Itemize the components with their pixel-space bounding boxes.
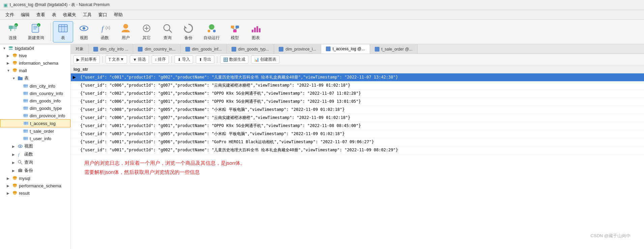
tab-dim-goods-inf[interactable]: dim_goods_inf... bbox=[181, 44, 227, 54]
sidebar-folder-backup[interactable]: ▶ 备份 bbox=[0, 166, 70, 175]
sidebar-item-dim-province-info[interactable]: ▶ dim_province_info bbox=[0, 112, 70, 119]
tab-dim-goods-typ[interactable]: dim_goods_typ... bbox=[227, 44, 274, 54]
view-label: 视图 bbox=[80, 35, 88, 41]
function-button[interactable]: f (x) 函数 bbox=[95, 21, 115, 42]
other-button[interactable]: 其它 bbox=[136, 21, 157, 42]
backup-button[interactable]: 备份 bbox=[178, 21, 198, 42]
watermark-text: CSDN @藏于山岗中 bbox=[590, 233, 631, 238]
chart-button[interactable]: 图表 bbox=[246, 21, 266, 42]
tab-dim-goods-inf-label: dim_goods_inf... bbox=[192, 47, 222, 52]
export-button[interactable]: ⬆ 导出 bbox=[196, 55, 214, 64]
text-button[interactable]: T 文本▼ bbox=[105, 55, 127, 64]
db-icon bbox=[12, 60, 18, 66]
sidebar-item-t-sale-order[interactable]: ▶ t_sale_order bbox=[0, 127, 70, 135]
sidebar-item-t-user-info[interactable]: ▶ t_user_info bbox=[0, 135, 70, 142]
auto-run-button[interactable]: 自动运行 bbox=[199, 21, 224, 42]
sidebar-item-info-schema[interactable]: ▶ information_schema bbox=[0, 59, 70, 67]
menu-item-收藏夹[interactable]: 收藏夹 bbox=[60, 11, 79, 19]
sidebar-item-bigdata04[interactable]: ▼ bigdata04 bbox=[0, 44, 70, 52]
table-row[interactable]: {"user_id": "c008","productId": "g005","… bbox=[71, 106, 644, 114]
menu-item-编辑[interactable]: 编辑 bbox=[18, 11, 32, 19]
filter-button[interactable]: ▼ 筛选 bbox=[130, 55, 149, 64]
new-query-button[interactable]: + 新建查询 bbox=[24, 21, 49, 42]
svg-rect-35 bbox=[256, 26, 258, 32]
sidebar-folder-query-label: 查询 bbox=[24, 159, 33, 165]
row-data: {"user_id": "c006","productId": "g007","… bbox=[78, 114, 644, 122]
sidebar-item-hive[interactable]: ▶ hive bbox=[0, 52, 70, 59]
import-button[interactable]: ⬇ 导入 bbox=[175, 55, 193, 64]
sidebar-item-dim-country-info[interactable]: ▶ dim_country_info bbox=[0, 90, 70, 97]
backup-label: 备份 bbox=[184, 35, 192, 41]
sidebar-folder-view[interactable]: ▶ 视图 bbox=[0, 142, 70, 150]
sort-button[interactable]: ↕ 排序 bbox=[152, 55, 169, 64]
sidebar-item-perf-schema[interactable]: ▶ performance_schema bbox=[0, 182, 70, 189]
svg-rect-33 bbox=[252, 30, 253, 32]
query-button[interactable]: 查询 bbox=[157, 21, 178, 42]
tab-table-icon bbox=[138, 47, 143, 52]
sidebar-item-dim-city-info[interactable]: ▶ dim_city_info bbox=[0, 82, 70, 90]
sidebar-folder-query[interactable]: ▶ 查询 bbox=[0, 158, 70, 166]
tab-dim-city-info[interactable]: dim_city_info ... bbox=[89, 44, 133, 54]
row-data: {"user_id": "c006","productId": "g007","… bbox=[78, 82, 644, 89]
sidebar-item-t-access-log[interactable]: ▶ t_access_log bbox=[0, 119, 70, 127]
svg-rect-12 bbox=[59, 25, 67, 32]
menu-item-帮助[interactable]: 帮助 bbox=[111, 11, 125, 19]
sidebar-item-dim-goods-info[interactable]: ▶ dim_goods_info bbox=[0, 97, 70, 104]
tab-t-sale-order[interactable]: t_sale_order @... bbox=[370, 44, 418, 54]
menu-item-表[interactable]: 表 bbox=[49, 11, 59, 19]
table-row[interactable]: {"user_id": "c006","productId": "g007","… bbox=[71, 114, 644, 122]
filter-icon: ▼ bbox=[133, 57, 137, 62]
sidebar-folder-table[interactable]: ▼ 表 bbox=[0, 74, 70, 82]
sidebar-item-mall[interactable]: ▼ mall bbox=[0, 67, 70, 74]
tab-dim-province-i[interactable]: dim_province_i... bbox=[274, 44, 321, 54]
table-row[interactable]: {"user_id": "u001","productId": "g002","… bbox=[71, 146, 644, 154]
data-gen-button[interactable]: 🔢 数据生成 bbox=[220, 55, 248, 64]
table-row[interactable]: {"user_id": "u001","productId": "g006","… bbox=[71, 138, 644, 146]
sidebar-table-dim-country-info-label: dim_country_info bbox=[30, 91, 63, 96]
svg-rect-74 bbox=[19, 168, 21, 169]
sidebar-item-result[interactable]: ▶ result bbox=[0, 189, 70, 197]
tab-dim-country-in[interactable]: dim_country_in... bbox=[133, 44, 180, 54]
create-chart-button[interactable]: 📊 创建图表 bbox=[251, 55, 279, 64]
text-icon: T bbox=[109, 57, 111, 62]
row-data: {"user_id": "c006","productId": "g001","… bbox=[78, 98, 644, 105]
svg-rect-44 bbox=[23, 84, 28, 88]
tab-objects[interactable]: 对象 bbox=[71, 44, 89, 54]
row-data: {"user_id": "c002","productId": "g001","… bbox=[78, 90, 644, 97]
query-label: 查询 bbox=[163, 35, 172, 41]
user-button[interactable]: 用户 bbox=[116, 21, 136, 42]
svg-point-71 bbox=[18, 160, 21, 163]
svg-rect-28 bbox=[231, 26, 234, 28]
menu-item-查看[interactable]: 查看 bbox=[34, 11, 48, 19]
annotation-area: 用户的浏览日志，对应着一个用户，浏览一个商品及其信息，是json体。 需要解析j… bbox=[71, 154, 644, 181]
begin-transaction-button[interactable]: ▶ 开始事务 bbox=[73, 55, 100, 64]
table-icon bbox=[23, 121, 29, 126]
user-icon bbox=[120, 23, 131, 34]
import-icon: ⬇ bbox=[178, 57, 181, 62]
menu-item-文件[interactable]: 文件 bbox=[3, 11, 17, 19]
sidebar-folder-function[interactable]: ▶ f 函数 bbox=[0, 150, 70, 158]
view-button[interactable]: 视图 bbox=[74, 21, 94, 42]
table-row[interactable]: {"user_id": "u001","productId": "g001","… bbox=[71, 122, 644, 130]
table-row[interactable]: {"user_id": "c006","productId": "g007","… bbox=[71, 82, 644, 90]
sidebar-db-result-label: result bbox=[19, 191, 30, 196]
table-row[interactable]: {"user_id": "c006","productId": "g001","… bbox=[71, 98, 644, 106]
table-content: log_str ▶ {"user_id": "c001","productId"… bbox=[71, 65, 644, 249]
table-button[interactable]: 表 bbox=[53, 21, 73, 42]
connect-button[interactable]: + 连接 bbox=[3, 21, 23, 42]
table-row[interactable]: {"user_id": "u003","productId": "g005","… bbox=[71, 130, 644, 138]
tab-t-access-log[interactable]: t_access_log @... bbox=[321, 44, 370, 54]
sidebar-item-dim-goods-type[interactable]: ▶ dim_goods_type bbox=[0, 104, 70, 112]
menu-item-窗口[interactable]: 窗口 bbox=[96, 11, 110, 19]
svg-rect-43 bbox=[18, 76, 20, 77]
sidebar-table-t-sale-order-label: t_sale_order bbox=[30, 129, 54, 134]
backup-folder-icon bbox=[18, 168, 23, 173]
svg-rect-65 bbox=[23, 137, 28, 140]
sidebar-item-mysql[interactable]: ▶ mysql bbox=[0, 175, 70, 182]
model-button[interactable]: 模型 bbox=[225, 21, 245, 42]
svg-rect-47 bbox=[23, 92, 28, 95]
table-row[interactable]: ▶ {"user_id": "c001","productId": "g002"… bbox=[71, 73, 644, 82]
table-icon bbox=[23, 113, 28, 118]
menu-item-工具[interactable]: 工具 bbox=[80, 11, 94, 19]
table-row[interactable]: {"user_id": "c002","productId": "g001","… bbox=[71, 90, 644, 98]
